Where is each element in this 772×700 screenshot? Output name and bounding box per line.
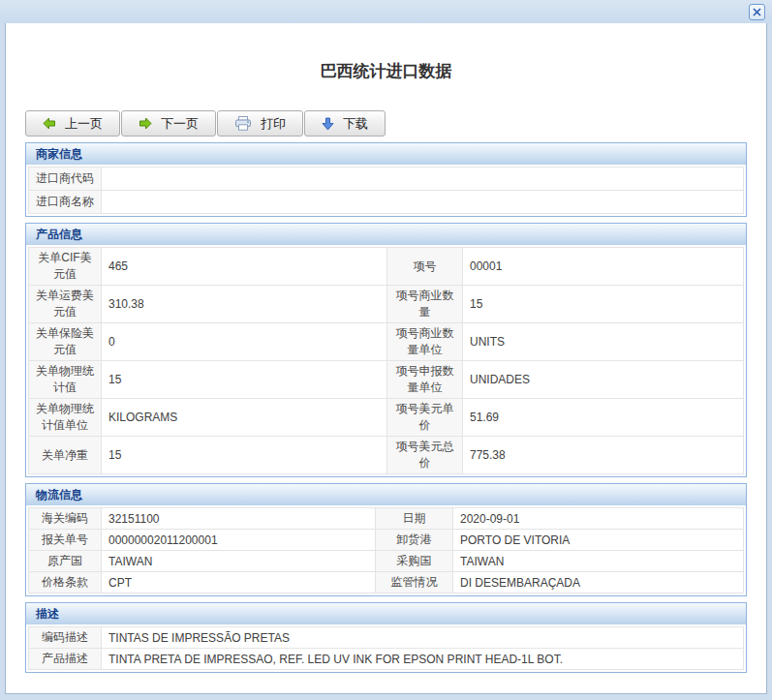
next-page-button[interactable]: 下一页 <box>121 110 216 137</box>
field-value <box>102 191 744 214</box>
close-button[interactable] <box>749 4 765 20</box>
section-logistics-info: 物流信息 海关编码 32151100 日期 2020-09-01 报关单号 00… <box>25 483 747 596</box>
table-row: 关单物理统计值 15 项号申报数量单位 UNIDADES <box>29 361 744 399</box>
close-icon <box>753 8 761 16</box>
field-value: 51.69 <box>463 399 744 437</box>
field-label: 采购国 <box>376 551 453 572</box>
field-label: 产品描述 <box>29 649 102 670</box>
table-row: 关单运费美元值 310.38 项号商业数量 15 <box>29 286 744 323</box>
field-label: 进口商代码 <box>29 167 102 191</box>
table-row: 关单净重 15 项号美元总价 775.38 <box>29 437 744 474</box>
download-label: 下载 <box>343 115 368 133</box>
arrow-left-icon <box>43 117 56 130</box>
field-value: 310.38 <box>102 286 387 323</box>
field-value: UNITS <box>463 323 744 361</box>
field-value: TAIWAN <box>102 551 376 572</box>
field-label: 项号商业数量单位 <box>387 323 463 361</box>
section-merchant-title: 商家信息 <box>26 143 746 165</box>
field-value: PORTO DE VITORIA <box>453 530 744 551</box>
field-label: 关单CIF美元值 <box>29 248 102 286</box>
field-label: 卸货港 <box>376 530 453 551</box>
toolbar: 上一页 下一页 打印 下载 <box>25 110 766 137</box>
field-value: CPT <box>102 572 376 593</box>
field-label: 日期 <box>376 508 453 530</box>
field-value: TINTA PRETA DE IMPRESSAO, REF. LED UV IN… <box>102 649 744 670</box>
dialog-content: 巴西统计进口数据 上一页 下一页 打印 下载 商家信息 <box>5 23 767 694</box>
field-value: 00001 <box>463 248 744 286</box>
field-value: 465 <box>102 248 387 286</box>
field-label: 项号申报数量单位 <box>387 361 463 399</box>
table-row: 编码描述 TINTAS DE IMPRESSÃO PRETAS <box>29 627 744 649</box>
field-label: 报关单号 <box>29 530 102 551</box>
field-value: 15 <box>102 437 387 474</box>
field-label: 关单物理统计值单位 <box>29 399 102 437</box>
field-label: 价格条款 <box>29 572 102 593</box>
field-value: 15 <box>463 286 744 323</box>
download-button[interactable]: 下载 <box>304 110 386 137</box>
field-label: 监管情况 <box>376 572 453 593</box>
field-value: UNIDADES <box>463 361 744 399</box>
field-value: TAIWAN <box>453 551 744 572</box>
field-label: 海关编码 <box>29 508 102 530</box>
dialog-titlebar <box>0 0 772 23</box>
field-label: 项号商业数量 <box>387 286 463 323</box>
field-value: 15 <box>102 361 387 399</box>
field-label: 关单净重 <box>29 437 102 474</box>
field-value: 32151100 <box>102 508 376 530</box>
field-label: 原产国 <box>29 551 102 572</box>
logistics-table: 海关编码 32151100 日期 2020-09-01 报关单号 0000000… <box>28 507 744 593</box>
section-product-info: 产品信息 关单CIF美元值 465 项号 00001 关单运费美元值 310.3… <box>25 223 747 477</box>
page-title: 巴西统计进口数据 <box>6 60 766 82</box>
arrow-right-icon <box>139 117 152 130</box>
field-label: 进口商名称 <box>29 191 102 214</box>
section-description: 描述 编码描述 TINTAS DE IMPRESSÃO PRETAS 产品描述 … <box>25 602 747 673</box>
field-label: 关单保险美元值 <box>29 323 102 361</box>
print-label: 打印 <box>261 115 286 133</box>
field-label: 项号 <box>387 248 463 286</box>
print-button[interactable]: 打印 <box>217 110 303 137</box>
table-row: 关单CIF美元值 465 项号 00001 <box>29 248 744 286</box>
prev-page-button[interactable]: 上一页 <box>25 110 120 137</box>
table-row: 关单物理统计值单位 KILOGRAMS 项号美元单价 51.69 <box>29 399 744 437</box>
printer-icon <box>234 116 252 131</box>
field-value: TINTAS DE IMPRESSÃO PRETAS <box>102 627 744 649</box>
section-merchant-info: 商家信息 进口商代码 进口商名称 <box>25 142 747 217</box>
next-page-label: 下一页 <box>161 115 199 133</box>
field-value: KILOGRAMS <box>102 399 387 437</box>
table-row: 价格条款 CPT 监管情况 DI DESEMBARAÇADA <box>29 572 744 593</box>
download-arrow-icon <box>322 117 334 131</box>
field-value: DI DESEMBARAÇADA <box>453 572 744 593</box>
field-label: 项号美元单价 <box>387 399 463 437</box>
prev-page-label: 上一页 <box>65 115 103 133</box>
section-logistics-title: 物流信息 <box>26 484 746 505</box>
field-value: 0 <box>102 323 387 361</box>
table-row: 海关编码 32151100 日期 2020-09-01 <box>29 508 744 530</box>
description-table: 编码描述 TINTAS DE IMPRESSÃO PRETAS 产品描述 TIN… <box>28 626 744 670</box>
table-row: 报关单号 00000002011200001 卸货港 PORTO DE VITO… <box>29 530 744 551</box>
field-label: 编码描述 <box>29 627 102 649</box>
field-label: 关单物理统计值 <box>29 361 102 399</box>
section-description-title: 描述 <box>26 603 746 624</box>
field-value: 2020-09-01 <box>453 508 744 530</box>
table-row: 关单保险美元值 0 项号商业数量单位 UNITS <box>29 323 744 361</box>
table-row: 产品描述 TINTA PRETA DE IMPRESSAO, REF. LED … <box>29 649 744 670</box>
table-row: 进口商代码 <box>29 167 744 191</box>
merchant-table: 进口商代码 进口商名称 <box>28 167 744 214</box>
field-value: 00000002011200001 <box>102 530 376 551</box>
section-product-title: 产品信息 <box>26 224 746 245</box>
field-value <box>102 167 744 191</box>
field-value: 775.38 <box>463 437 744 474</box>
table-row: 进口商名称 <box>29 191 744 214</box>
field-label: 项号美元总价 <box>387 437 463 474</box>
field-label: 关单运费美元值 <box>29 286 102 323</box>
table-row: 原产国 TAIWAN 采购国 TAIWAN <box>29 551 744 572</box>
product-table: 关单CIF美元值 465 项号 00001 关单运费美元值 310.38 项号商… <box>28 247 744 474</box>
